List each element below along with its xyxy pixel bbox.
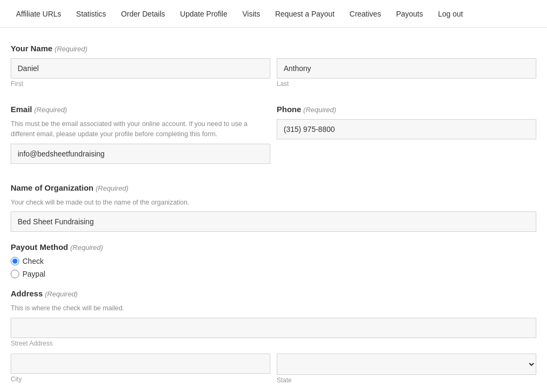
nav-request-payout[interactable]: Request a Payout — [270, 6, 340, 21]
nav-creatives[interactable]: Creatives — [344, 6, 386, 21]
org-name-label: Name of Organization(Required) — [11, 183, 536, 192]
main-nav: Affiliate URLs Statistics Order Details … — [0, 0, 547, 28]
org-name-desc: Your check will be made out to the name … — [11, 198, 536, 208]
address-desc: This is where the check will be mailed. — [11, 303, 536, 313]
nav-order-details[interactable]: Order Details — [116, 6, 170, 21]
your-name-label: Your Name(Required) — [11, 44, 536, 53]
address-section: Address(Required) This is where the chec… — [11, 289, 536, 392]
org-name-input[interactable] — [11, 211, 536, 232]
city-input[interactable] — [11, 354, 270, 374]
nav-logout[interactable]: Log out — [433, 6, 468, 21]
payout-paypal-radio[interactable] — [11, 270, 19, 278]
nav-statistics[interactable]: Statistics — [71, 6, 112, 21]
payout-check-option[interactable]: Check — [11, 257, 536, 265]
last-name-input[interactable] — [277, 58, 536, 79]
first-name-label: First — [11, 80, 270, 88]
street-address-input[interactable] — [11, 318, 536, 338]
payout-method-section: Payout Method(Required) Check Paypal — [11, 242, 536, 278]
first-name-input[interactable] — [11, 58, 270, 79]
payout-paypal-option[interactable]: Paypal — [11, 270, 536, 278]
your-name-section: Your Name(Required) First Last — [11, 44, 536, 94]
payout-check-radio[interactable] — [11, 257, 19, 265]
payout-check-label: Check — [22, 257, 44, 265]
nav-update-profile[interactable]: Update Profile — [175, 6, 233, 21]
phone-section: Phone(Required) — [277, 105, 536, 139]
org-name-section: Name of Organization(Required) Your chec… — [11, 183, 536, 232]
city-label: City — [11, 375, 270, 383]
email-desc: This must be the email associated with y… — [11, 119, 270, 139]
last-name-label: Last — [277, 80, 536, 88]
payout-radio-group: Check Paypal — [11, 257, 536, 278]
payout-method-label: Payout Method(Required) — [11, 242, 536, 252]
phone-input[interactable] — [277, 119, 536, 139]
state-select[interactable]: AL AK AZ CA CO CT NY TX — [277, 354, 536, 375]
nav-affiliate-urls[interactable]: Affiliate URLs — [11, 6, 67, 21]
street-address-label: Street Address — [11, 340, 536, 347]
payout-paypal-label: Paypal — [22, 270, 45, 278]
email-input[interactable] — [11, 144, 270, 164]
nav-visits[interactable]: Visits — [237, 6, 265, 21]
state-label: State — [277, 377, 536, 384]
email-section: Email(Required) This must be the email a… — [11, 105, 270, 164]
nav-payouts[interactable]: Payouts — [390, 6, 428, 21]
phone-label: Phone(Required) — [277, 105, 536, 114]
email-label: Email(Required) — [11, 105, 270, 114]
address-label: Address(Required) — [11, 289, 536, 298]
